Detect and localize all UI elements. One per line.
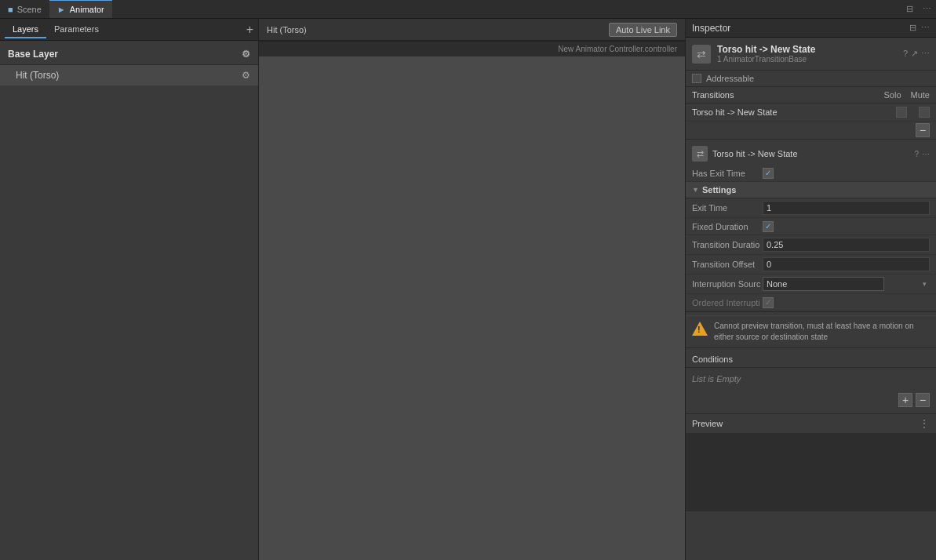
animator-toolbar: Hit (Torso) Auto Live Link xyxy=(259,19,685,41)
component-header: ⇄ Torso hit -> New State 1 AnimatorTrans… xyxy=(686,38,936,71)
tab-parameters[interactable]: Parameters xyxy=(46,21,107,38)
tab-animator[interactable]: ► Animator xyxy=(49,0,112,18)
scene-tab-label: Scene xyxy=(17,5,42,14)
component-icon: ⇄ xyxy=(692,45,711,64)
preview-section: Preview ⋮ xyxy=(686,413,936,511)
tab-layers[interactable]: Layers xyxy=(5,21,46,38)
left-panel-tabs: Layers Parameters + xyxy=(0,19,258,41)
component-expand-btn[interactable]: ↗ xyxy=(911,49,918,59)
component-buttons: ? ↗ ⋯ xyxy=(903,49,930,59)
conditions-remove-btn[interactable]: − xyxy=(916,393,930,407)
transition-duration-row: Transition Duratio 0.25 xyxy=(686,235,936,255)
main-area: Layers Parameters + Base Layer ⚙ Hit (To… xyxy=(0,19,936,560)
preview-header: Preview ⋮ xyxy=(686,414,936,433)
transitions-header: Transitions Solo Mute xyxy=(686,87,936,104)
animator-current-tab-label: Hit (Torso) xyxy=(267,25,307,35)
warning-box: Cannot preview transition, must at least… xyxy=(686,315,936,348)
hit-torso-gear-icon[interactable]: ⚙ xyxy=(242,70,250,81)
transition-offset-label: Transition Offset xyxy=(692,260,763,269)
sub-component-icon: ⇄ xyxy=(692,146,708,162)
transition-remove-btn[interactable]: − xyxy=(916,123,930,137)
has-exit-time-label: Has Exit Time xyxy=(692,169,763,178)
base-layer-label: Base Layer xyxy=(8,49,58,60)
conditions-empty-label: List is Empty xyxy=(686,368,936,390)
sub-component-help-btn[interactable]: ? xyxy=(914,150,919,158)
interruption-source-label: Interruption Sourc xyxy=(692,279,763,289)
settings-header-label: Settings xyxy=(702,185,736,195)
addressable-checkbox[interactable] xyxy=(692,74,701,83)
sub-component-title: Torso hit -> New State xyxy=(712,149,909,158)
inspector-panel: Inspector ⊟ ⋯ ⇄ Torso hit -> New State 1… xyxy=(685,19,936,560)
left-panel: Layers Parameters + Base Layer ⚙ Hit (To… xyxy=(0,19,259,560)
warning-icon xyxy=(692,321,708,336)
transition-item[interactable]: Torso hit -> New State xyxy=(686,104,936,122)
status-bar: New Animator Controller.controller xyxy=(259,41,685,56)
transitions-section: Transitions Solo Mute Torso hit -> New S… xyxy=(686,87,936,140)
exit-time-value[interactable]: 1 xyxy=(763,201,930,215)
transition-item-label: Torso hit -> New State xyxy=(692,107,891,117)
hit-torso-layer-item[interactable]: Hit (Torso) ⚙ xyxy=(0,65,258,86)
inspector-content: ⇄ Torso hit -> New State 1 AnimatorTrans… xyxy=(686,38,936,560)
transitions-mute-label: Mute xyxy=(911,90,930,100)
ordered-interruption-label: Ordered Interrupti xyxy=(692,298,763,307)
component-title: Torso hit -> New State xyxy=(717,44,897,55)
inspector-more-btn[interactable]: ⋯ xyxy=(921,23,930,33)
transitions-solo-label: Solo xyxy=(884,90,901,100)
sub-component-btns: ? ⋯ xyxy=(914,150,930,158)
top-bar: ■ Scene ► Animator ⊟ ⋯ xyxy=(0,0,936,19)
scene-tab-icon: ■ xyxy=(8,5,13,14)
sub-component-menu-btn[interactable]: ⋯ xyxy=(922,150,930,158)
auto-live-link-btn[interactable]: Auto Live Link xyxy=(609,23,677,37)
preview-more-btn[interactable]: ⋮ xyxy=(919,417,930,430)
addressable-row: Addressable xyxy=(686,71,936,87)
exit-time-row: Exit Time 1 xyxy=(686,198,936,218)
conditions-section: Conditions List is Empty + − xyxy=(686,348,936,413)
transition-offset-value[interactable]: 0 xyxy=(763,257,930,271)
sub-component: ⇄ Torso hit -> New State ? ⋯ Has Exit Ti… xyxy=(686,143,936,312)
add-layer-btn[interactable]: + xyxy=(246,24,253,36)
transition-offset-row: Transition Offset 0 xyxy=(686,255,936,275)
settings-section-header[interactable]: ▼ Settings xyxy=(686,182,936,198)
fixed-duration-row: Fixed Duration ✓ xyxy=(686,218,936,235)
interruption-source-wrapper: None Current State Next State Current St… xyxy=(763,277,930,291)
transition-mute-checkbox[interactable] xyxy=(919,107,930,118)
transition-duration-label: Transition Duratio xyxy=(692,240,763,249)
window-more-btn[interactable]: ⋯ xyxy=(918,4,936,14)
conditions-add-btn[interactable]: + xyxy=(898,393,912,407)
ordered-interruption-checkbox[interactable]: ✓ xyxy=(763,297,774,308)
status-label: New Animator Controller.controller xyxy=(558,45,677,53)
conditions-add-row: + − xyxy=(686,390,936,410)
inspector-header: Inspector ⊟ ⋯ xyxy=(686,19,936,38)
preview-content xyxy=(686,433,936,511)
warning-triangle-icon xyxy=(692,322,708,336)
sub-component-header: ⇄ Torso hit -> New State ? ⋯ xyxy=(686,143,936,165)
preview-title: Preview xyxy=(692,419,919,428)
transition-solo-checkbox[interactable] xyxy=(896,107,907,118)
has-exit-time-row: Has Exit Time ✓ xyxy=(686,165,936,182)
inspector-lock-btn[interactable]: ⊟ xyxy=(909,23,916,33)
interruption-source-select[interactable]: None Current State Next State Current St… xyxy=(763,277,884,291)
addressable-label: Addressable xyxy=(706,74,754,83)
animator-tab-icon: ► xyxy=(57,5,66,14)
component-help-btn[interactable]: ? xyxy=(903,49,908,59)
fixed-duration-checkbox[interactable]: ✓ xyxy=(763,221,774,232)
base-layer-gear-icon[interactable]: ⚙ xyxy=(242,49,250,60)
interruption-source-row: Interruption Sourc None Current State Ne… xyxy=(686,275,936,294)
hit-torso-label: Hit (Torso) xyxy=(16,70,59,81)
warning-text: Cannot preview transition, must at least… xyxy=(714,321,930,343)
window-minimize-btn[interactable]: ⊟ xyxy=(901,4,918,14)
component-title-area: Torso hit -> New State 1 AnimatorTransit… xyxy=(717,44,897,64)
fixed-duration-label: Fixed Duration xyxy=(692,222,763,231)
base-layer-header: Base Layer ⚙ xyxy=(0,44,258,65)
exit-time-label: Exit Time xyxy=(692,203,763,213)
settings-arrow-icon: ▼ xyxy=(692,186,699,194)
has-exit-time-checkbox[interactable]: ✓ xyxy=(763,168,774,179)
layer-section: Base Layer ⚙ Hit (Torso) ⚙ xyxy=(0,41,258,89)
inspector-title: Inspector xyxy=(692,23,905,34)
conditions-header: Conditions xyxy=(686,351,936,368)
animator-tab-label: Animator xyxy=(70,5,104,14)
transition-duration-value[interactable]: 0.25 xyxy=(763,238,930,252)
animator-canvas: Hit (Torso) Auto Live Link xyxy=(259,19,685,560)
component-menu-btn[interactable]: ⋯ xyxy=(921,49,930,59)
tab-scene[interactable]: ■ Scene xyxy=(0,0,49,18)
